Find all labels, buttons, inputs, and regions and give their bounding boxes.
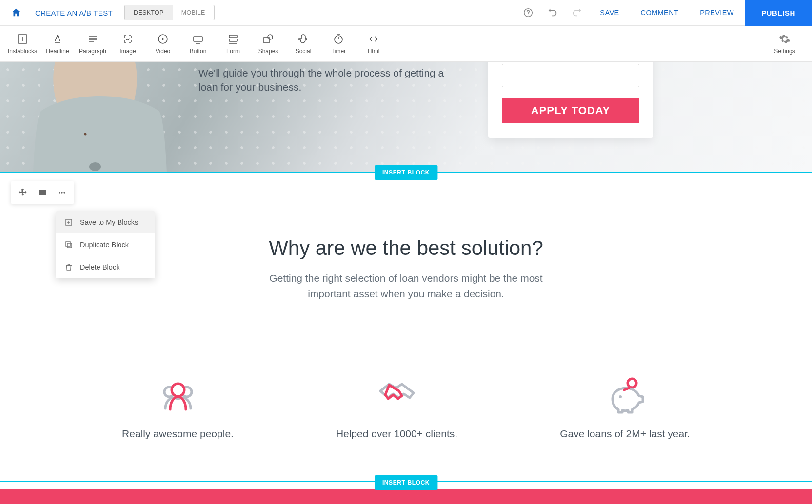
hero-form-input[interactable] [502, 64, 639, 87]
device-desktop-tab[interactable]: DESKTOP [125, 5, 173, 20]
block-toolbar [11, 181, 74, 204]
redo-icon[interactable] [565, 0, 589, 26]
preview-button[interactable]: PREVIEW [689, 0, 745, 26]
save-button[interactable]: SAVE [589, 0, 630, 26]
image-label: Image [119, 48, 136, 55]
solution-sub1: Getting the right selection of loan vend… [269, 272, 542, 284]
svg-point-17 [59, 192, 60, 193]
shapes-label: Shapes [258, 48, 278, 55]
duplicate-block-item[interactable]: Duplicate Block [56, 233, 155, 256]
hero-subheading[interactable]: We'll guide you through the whole proces… [198, 66, 444, 95]
html-tool[interactable]: Html [356, 33, 391, 55]
paragraph-tool[interactable]: Paragraph [75, 33, 110, 55]
image-tool[interactable]: Image [110, 33, 145, 55]
piggybank-icon [603, 374, 648, 414]
hero-section[interactable]: We'll guide you through the whole proces… [0, 62, 812, 172]
save-to-my-blocks-label: Save to My Blocks [80, 218, 138, 226]
svg-rect-6 [229, 39, 237, 41]
video-label: Video [156, 48, 170, 55]
svg-point-18 [61, 192, 62, 193]
svg-point-15 [628, 379, 636, 388]
people-icon [156, 374, 200, 414]
next-section-sliver[interactable] [0, 489, 812, 504]
svg-point-11 [89, 162, 101, 171]
video-tool[interactable]: Video [145, 33, 180, 55]
device-toggle: DESKTOP MOBILE [124, 5, 215, 20]
settings-label: Settings [774, 48, 795, 55]
social-label: Social [296, 48, 312, 55]
html-label: Html [368, 48, 380, 55]
feature-loans-caption: Gave loans of 2M+ last year. [560, 428, 690, 440]
feature-clients[interactable]: Helped over 1000+ clients. [336, 374, 457, 440]
button-tool[interactable]: Button [180, 33, 216, 55]
svg-rect-5 [229, 35, 237, 38]
svg-point-1 [528, 15, 529, 15]
feature-loans[interactable]: Gave loans of 2M+ last year. [560, 374, 690, 440]
hero-line1: We'll guide you through the whole proces… [198, 67, 444, 78]
timer-label: Timer [331, 48, 346, 55]
help-icon[interactable] [516, 0, 540, 26]
handshake-icon [375, 374, 419, 414]
features-row: Really awesome people. Helped over 1000+… [0, 374, 812, 440]
home-icon[interactable] [11, 7, 21, 18]
svg-rect-20 [67, 243, 72, 248]
feature-people-caption: Really awesome people. [122, 428, 234, 440]
hero-line2: loan for your business. [198, 81, 301, 93]
duplicate-icon [64, 240, 73, 249]
save-block-icon [64, 218, 73, 227]
hero-form-card[interactable]: APPLY TODAY [488, 62, 653, 138]
hero-person-image [22, 62, 168, 172]
undo-icon[interactable] [540, 0, 565, 26]
delete-block-item[interactable]: Delete Block [56, 256, 155, 278]
svg-rect-4 [194, 37, 202, 41]
background-block-icon[interactable] [34, 184, 51, 201]
apply-today-button[interactable]: APPLY TODAY [502, 98, 639, 123]
svg-point-8 [268, 35, 273, 39]
instablocks-tool[interactable]: Instablocks [5, 33, 40, 55]
svg-point-10 [84, 133, 87, 136]
form-label: Form [226, 48, 240, 55]
canvas[interactable]: We'll guide you through the whole proces… [0, 62, 812, 504]
comment-button[interactable]: COMMENT [630, 0, 690, 26]
save-to-my-blocks-item[interactable]: Save to My Blocks [56, 211, 155, 233]
delete-block-label: Delete Block [80, 263, 119, 271]
block-context-menu: Save to My Blocks Duplicate Block Delete… [56, 211, 155, 278]
feature-clients-caption: Helped over 1000+ clients. [336, 428, 457, 440]
device-mobile-tab[interactable]: MOBILE [173, 5, 214, 20]
shapes-tool[interactable]: Shapes [251, 33, 286, 55]
insert-block-bottom[interactable]: INSERT BLOCK [375, 475, 437, 490]
feature-people[interactable]: Really awesome people. [122, 374, 234, 440]
social-tool[interactable]: Social [286, 33, 321, 55]
svg-point-16 [619, 395, 622, 398]
svg-point-19 [63, 192, 65, 193]
form-tool[interactable]: Form [216, 33, 251, 55]
more-block-icon[interactable] [54, 184, 70, 201]
svg-rect-21 [66, 242, 70, 246]
create-ab-test-link[interactable]: CREATE AN A/B TEST [35, 9, 113, 17]
insert-block-top[interactable]: INSERT BLOCK [375, 165, 437, 180]
headline-tool[interactable]: Headline [40, 33, 75, 55]
publish-button[interactable]: PUBLISH [745, 0, 812, 26]
element-toolbar: Instablocks Headline Paragraph Image Vid… [0, 26, 812, 62]
top-bar: CREATE AN A/B TEST DESKTOP MOBILE SAVE C… [0, 0, 812, 26]
button-label: Button [190, 48, 207, 55]
solution-sub2: important asset when you make a decision… [308, 288, 504, 299]
settings-tool[interactable]: Settings [767, 33, 802, 55]
trash-icon [64, 263, 73, 271]
instablocks-label: Instablocks [8, 48, 37, 55]
duplicate-block-label: Duplicate Block [80, 241, 129, 249]
move-block-icon[interactable] [15, 184, 31, 201]
svg-point-14 [172, 384, 184, 396]
timer-tool[interactable]: Timer [321, 33, 356, 55]
paragraph-label: Paragraph [79, 48, 106, 55]
headline-label: Headline [46, 48, 69, 55]
